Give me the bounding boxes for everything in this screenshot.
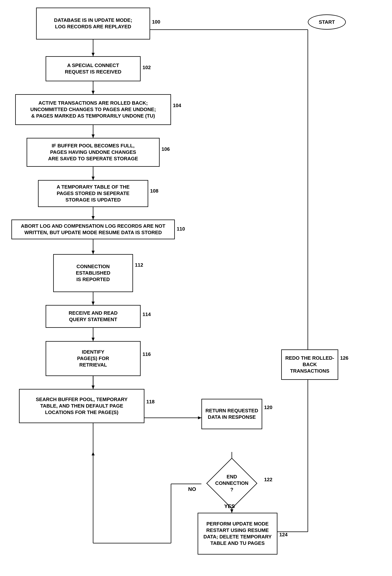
label-116: 116 bbox=[143, 351, 151, 357]
label-120: 120 bbox=[264, 404, 272, 410]
node-110-text: ABORT LOG AND COMPENSATION LOG RECORDS A… bbox=[21, 223, 165, 236]
label-110: 110 bbox=[177, 226, 185, 232]
node-104-text: ACTIVE TRANSACTIONS ARE ROLLED BACK; UNC… bbox=[30, 100, 156, 119]
svg-marker-23 bbox=[230, 509, 233, 513]
node-114: RECEIVE AND READ QUERY STATEMENT bbox=[46, 305, 141, 328]
svg-marker-19 bbox=[198, 416, 201, 419]
label-114: 114 bbox=[143, 312, 151, 317]
node-100: DATABASE IS IN UPDATE MODE; LOG RECORDS … bbox=[36, 8, 150, 39]
start-label: START bbox=[319, 19, 335, 25]
label-102: 102 bbox=[143, 65, 151, 70]
node-108-text: A TEMPORARY TABLE OF THE PAGES STORED IN… bbox=[57, 184, 130, 203]
node-110: ABORT LOG AND COMPENSATION LOG RECORDS A… bbox=[11, 220, 175, 239]
label-126: 126 bbox=[340, 355, 348, 361]
node-106: IF BUFFER POOL BECOMES FULL, PAGES HAVIN… bbox=[27, 138, 160, 167]
node-126: REDO THE ROLLED- BACK TRANSACTIONS bbox=[281, 349, 338, 380]
node-124: PERFORM UPDATE MODE RESTART USING RESUME… bbox=[198, 513, 277, 554]
yes-label: YES bbox=[224, 503, 235, 509]
node-120-text: RETURN REQUESTED DATA IN RESPONSE bbox=[205, 407, 258, 420]
node-126-text: REDO THE ROLLED- BACK TRANSACTIONS bbox=[284, 355, 336, 374]
node-106-text: IF BUFFER POOL BECOMES FULL, PAGES HAVIN… bbox=[48, 143, 138, 162]
node-102: A SPECIAL CONNECT REQUEST IS RECEIVED bbox=[46, 56, 141, 81]
label-108: 108 bbox=[150, 188, 158, 194]
diagram: START DATABASE IS IN UPDATE MODE; LOG RE… bbox=[0, 0, 392, 576]
svg-marker-5 bbox=[91, 134, 95, 138]
node-122: END CONNECTION ? bbox=[201, 465, 262, 501]
node-124-text: PERFORM UPDATE MODE RESTART USING RESUME… bbox=[203, 521, 271, 546]
node-112-text: CONNECTION ESTABLISHED IS REPORTED bbox=[76, 263, 110, 283]
label-106: 106 bbox=[161, 146, 170, 152]
node-116-text: IDENTIFY PAGE(S) FOR RETRIEVAL bbox=[77, 349, 109, 368]
no-label: NO bbox=[188, 486, 196, 492]
node-118: SEARCH BUFFER POOL, TEMPORARY TABLE, AND… bbox=[19, 389, 144, 423]
svg-marker-11 bbox=[91, 251, 95, 254]
svg-marker-7 bbox=[91, 177, 95, 180]
label-118: 118 bbox=[146, 399, 154, 405]
svg-marker-34 bbox=[91, 452, 95, 455]
start-node: START bbox=[308, 14, 346, 30]
svg-marker-9 bbox=[91, 216, 95, 220]
label-124: 124 bbox=[279, 532, 288, 538]
svg-marker-3 bbox=[91, 91, 95, 94]
node-108: A TEMPORARY TABLE OF THE PAGES STORED IN… bbox=[38, 180, 148, 207]
svg-marker-13 bbox=[91, 302, 95, 305]
label-104: 104 bbox=[173, 103, 181, 109]
label-100: 100 bbox=[152, 19, 160, 25]
svg-marker-17 bbox=[91, 385, 95, 389]
label-122: 122 bbox=[264, 477, 272, 483]
svg-marker-15 bbox=[91, 338, 95, 341]
svg-marker-1 bbox=[91, 53, 95, 56]
node-104: ACTIVE TRANSACTIONS ARE ROLLED BACK; UNC… bbox=[15, 94, 171, 125]
node-118-text: SEARCH BUFFER POOL, TEMPORARY TABLE, AND… bbox=[36, 396, 128, 416]
node-122-text: END CONNECTION ? bbox=[215, 474, 248, 493]
node-114-text: RECEIVE AND READ QUERY STATEMENT bbox=[69, 310, 118, 323]
node-102-text: A SPECIAL CONNECT REQUEST IS RECEIVED bbox=[65, 62, 121, 75]
node-100-text: DATABASE IS IN UPDATE MODE; LOG RECORDS … bbox=[54, 17, 132, 30]
node-116: IDENTIFY PAGE(S) FOR RETRIEVAL bbox=[46, 341, 141, 376]
node-120: RETURN REQUESTED DATA IN RESPONSE bbox=[201, 399, 262, 429]
label-112: 112 bbox=[135, 262, 143, 268]
node-112: CONNECTION ESTABLISHED IS REPORTED bbox=[53, 254, 133, 292]
